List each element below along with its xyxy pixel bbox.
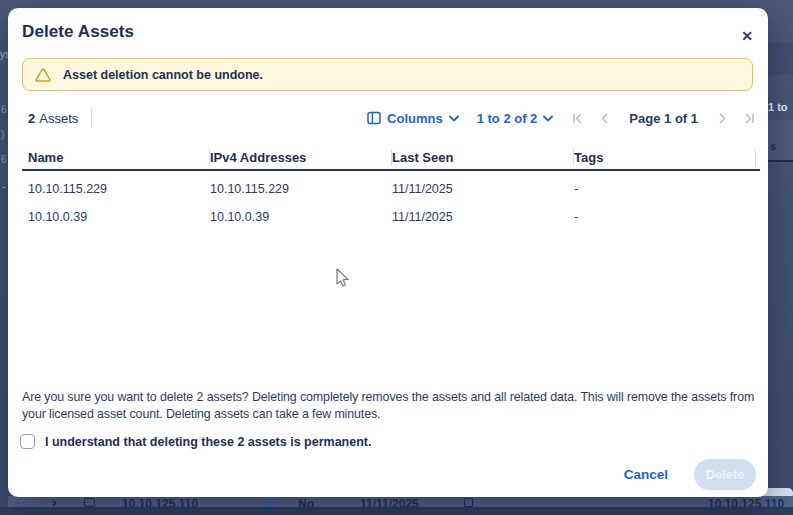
bg-doc-icon xyxy=(266,498,274,507)
table-header-underline xyxy=(22,169,760,171)
asset-count: 2 Assets xyxy=(28,111,78,126)
bg-left-fragment: 6 xyxy=(1,154,7,165)
column-header-name[interactable]: Name xyxy=(28,147,210,169)
bg-left-fragment: ) xyxy=(1,129,4,140)
acknowledge-checkbox[interactable] xyxy=(20,434,35,449)
bg-footer-band xyxy=(0,507,793,515)
cell-ipv4: 10.10.0.39 xyxy=(210,210,392,224)
chevron-down-icon xyxy=(543,115,553,122)
toolbar-divider xyxy=(91,108,92,128)
warning-banner: Asset deletion cannot be undone. xyxy=(22,58,753,91)
table-toolbar: 2 Assets Columns 1 to 2 of 2 xyxy=(28,105,756,131)
column-header-tags[interactable]: Tags xyxy=(574,147,756,169)
columns-icon xyxy=(367,111,381,125)
cell-last-seen: 11/11/2025 xyxy=(392,182,574,196)
bg-grid-icon xyxy=(464,498,473,507)
rows-range-dropdown[interactable]: 1 to 2 of 2 xyxy=(477,111,554,126)
asset-count-number: 2 xyxy=(28,111,35,126)
cell-ipv4: 10.10.115.229 xyxy=(210,182,392,196)
last-page-icon[interactable] xyxy=(743,112,756,125)
page-indicator: Page 1 of 1 xyxy=(629,111,698,126)
cell-tags: - xyxy=(574,182,756,196)
pagination: Page 1 of 1 xyxy=(571,111,756,126)
warning-text: Asset deletion cannot be undone. xyxy=(63,68,263,82)
column-header-last-seen[interactable]: Last Seen xyxy=(392,147,574,169)
acknowledge-label: I understand that deleting these 2 asset… xyxy=(45,435,371,449)
dialog-title: Delete Assets xyxy=(22,22,134,42)
rows-range-label: 1 to 2 of 2 xyxy=(477,111,538,126)
warning-triangle-icon xyxy=(35,68,51,82)
bg-row-checkbox xyxy=(84,498,95,507)
delete-assets-dialog: Delete Assets ✕ Asset deletion cannot be… xyxy=(8,8,768,497)
bg-pagination-fragment: 1 to xyxy=(768,101,788,113)
table-header-row: Name IPv4 Addresses Last Seen Tags xyxy=(28,147,756,169)
first-page-icon[interactable] xyxy=(571,112,584,125)
bg-left-fragment: 6 xyxy=(1,104,7,115)
confirmation-text: Are you sure you want to delete 2 assets… xyxy=(22,389,759,422)
close-icon[interactable]: ✕ xyxy=(736,25,758,47)
next-page-icon[interactable] xyxy=(716,112,729,125)
dialog-footer: Cancel Delete xyxy=(624,459,756,490)
bg-header-fragment: s xyxy=(770,140,776,152)
cancel-button[interactable]: Cancel xyxy=(624,467,668,482)
cell-last-seen: 11/11/2025 xyxy=(392,210,574,224)
acknowledge-row: I understand that deleting these 2 asset… xyxy=(20,434,371,449)
cell-name: 10.10.0.39 xyxy=(28,210,210,224)
column-header-ipv4[interactable]: IPv4 Addresses xyxy=(210,147,392,169)
chevron-down-icon xyxy=(449,115,459,122)
bg-left-fragment: - xyxy=(2,181,5,192)
bg-table-band xyxy=(768,42,793,75)
columns-dropdown[interactable]: Columns xyxy=(367,111,459,126)
delete-button[interactable]: Delete xyxy=(694,459,756,490)
cell-tags: - xyxy=(574,210,756,224)
cell-name: 10.10.115.229 xyxy=(28,182,210,196)
asset-count-label: Assets xyxy=(39,111,78,126)
bg-header-underline-fragment xyxy=(766,160,793,162)
prev-page-icon[interactable] xyxy=(598,112,611,125)
table-row[interactable]: 10.10.0.39 10.10.0.39 11/11/2025 - xyxy=(28,203,756,230)
mouse-cursor xyxy=(335,268,351,294)
columns-label: Columns xyxy=(387,111,443,126)
table-row[interactable]: 10.10.115.229 10.10.115.229 11/11/2025 - xyxy=(28,175,756,202)
